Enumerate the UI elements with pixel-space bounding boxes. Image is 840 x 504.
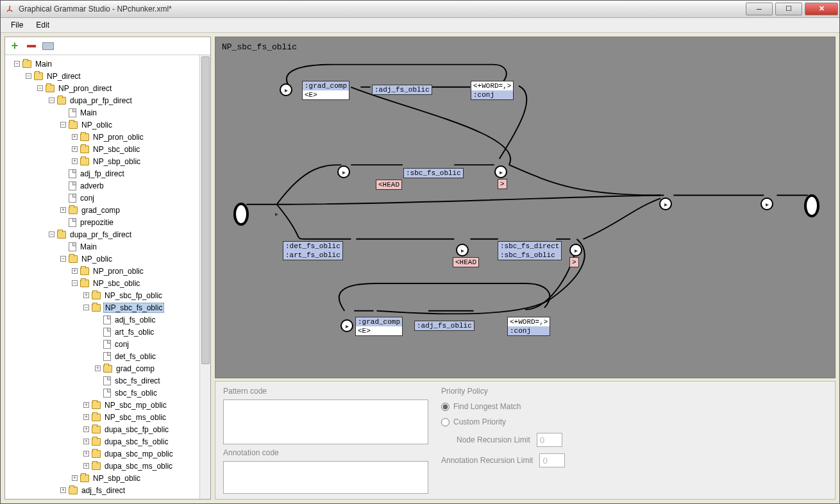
pattern-code-input[interactable] [223,399,428,444]
tree-item[interactable]: sbc_fs_oblic [5,387,210,399]
tree-item[interactable]: adj_fs_oblic [5,314,210,326]
tree-item[interactable]: −NP_sbc_oblic [5,277,210,289]
tree-item[interactable]: +NP_pron_oblic [5,131,210,143]
menu-edit[interactable]: Edit [29,19,56,31]
tree-item[interactable]: +dupa_sbc_fs_oblic [5,435,210,448]
tree-toggle[interactable]: + [83,292,89,298]
tree-item[interactable]: art_fs_oblic [5,326,210,338]
tree-item[interactable]: −dupa_pr_fp_direct [5,94,210,106]
add-button[interactable]: + [9,40,21,52]
end-node[interactable] [804,194,819,217]
tree-item[interactable]: +dupa_sbc_fp_oblic [5,423,210,435]
tree-item[interactable]: sbc_fs_direct [5,374,210,387]
tree-item[interactable]: −Main [5,58,210,70]
tree-item[interactable]: +NP_sbc_ms_oblic [5,411,210,423]
node-recursion-input[interactable] [537,433,562,447]
tree-item[interactable]: +grad_comp [5,204,210,216]
tree-item[interactable]: +NP_sbc_oblic [5,143,210,155]
start-node[interactable] [233,203,249,226]
tree-toggle[interactable]: + [72,268,78,274]
tree-toggle[interactable]: − [26,73,31,79]
tree-item[interactable]: Main [5,240,210,253]
head-low-node[interactable]: <HEAD [453,257,479,267]
tree-toggle[interactable]: + [60,487,66,493]
tree-toggle[interactable]: − [72,280,78,286]
tree-toggle[interactable]: + [83,451,89,457]
tree-toggle[interactable]: + [60,207,66,213]
sbc-mid-node[interactable]: :sbc_fs_oblic [403,168,464,178]
tree-item[interactable]: −NP_oblic [5,253,210,265]
tree-toggle[interactable]: + [83,414,89,420]
menu-file[interactable]: File [4,19,29,31]
word-top-node[interactable]: <+WORD=,> :conj [471,81,514,100]
graph-node[interactable] [760,197,773,210]
tree-toggle[interactable]: − [37,85,43,91]
graph-node[interactable] [659,197,672,210]
tree-toggle[interactable]: + [72,146,78,152]
graph-node[interactable] [340,319,353,332]
tree-item[interactable]: adverb [5,180,210,192]
graph-node[interactable] [494,165,507,178]
tree-item[interactable]: +adj_fs_direct [5,484,210,496]
tree-toggle[interactable]: − [14,61,20,67]
tree-toggle[interactable]: + [72,475,78,481]
maximize-button[interactable]: ☐ [775,3,802,15]
tree-toggle[interactable]: + [72,134,78,140]
graph-canvas[interactable]: NP_sbc_fs_oblic [215,37,836,378]
tree-toggle[interactable]: − [83,305,89,310]
tree-item[interactable]: +dupa_sbc_mp_oblic [5,448,210,460]
tree-item[interactable]: +NP_sbc_mp_oblic [5,399,210,411]
minimize-button[interactable]: ─ [746,3,773,15]
tree-toggle[interactable]: − [49,97,55,103]
tree-item[interactable]: +NP_sbp_oblic [5,155,210,167]
graph-node[interactable] [337,165,350,178]
gt-mid-node[interactable]: > [498,179,507,189]
tree-toggle[interactable]: + [72,158,78,164]
tree-item[interactable]: −NP_direct [5,70,210,82]
graph-node[interactable] [280,83,292,96]
tree-item[interactable]: +NP_pron_oblic [5,265,210,277]
remove-button[interactable] [26,40,37,52]
adj-bot-node[interactable]: :adj_fs_oblic [414,321,475,331]
grad-comp-bot-node[interactable]: :grad_comp <E> [355,317,403,336]
annotation-code-input[interactable] [223,461,428,494]
tree-toggle[interactable]: + [83,402,89,408]
tree-toggle[interactable]: − [60,122,66,128]
tree-item[interactable]: +NP_sbc_fp_oblic [5,289,210,301]
graph-node[interactable] [569,244,582,256]
tree-item[interactable]: −dupa_pr_fs_direct [5,228,210,240]
custom-priority-radio[interactable]: Custom Priority [441,417,827,426]
tree-item[interactable]: adj_fp_direct [5,167,210,180]
tree-item[interactable]: +grad_comp [5,362,210,374]
tree-scrollbar[interactable] [199,55,210,499]
tree-toggle[interactable]: + [95,365,101,371]
tree-item[interactable]: +NP_sbp_oblic [5,472,210,484]
tree-item[interactable]: Main [5,106,210,119]
tree-toggle[interactable]: − [49,231,55,237]
graph-node[interactable] [456,244,469,256]
tree-item[interactable]: conj [5,338,210,350]
det-art-node[interactable]: :det_fs_oblic :art_fs_oblic [283,241,343,260]
close-button[interactable]: ✕ [805,3,838,15]
tree-item[interactable]: +dupa_sbc_ms_oblic [5,460,210,472]
tree-toggle[interactable]: + [83,463,89,469]
tree-toggle[interactable]: − [60,256,66,262]
word-bot-node[interactable]: <+WORD=,> :conj [507,317,550,336]
tree-item[interactable]: conj [5,192,210,204]
tree-toggle[interactable]: + [83,426,89,432]
tree-toggle[interactable]: + [83,439,89,444]
head-mid-node[interactable]: <HEAD [376,180,402,190]
adj-top-node[interactable]: :adj_fs_oblic [372,85,432,95]
sbc-direct-node[interactable]: :sbc_fs_direct :sbc_fs_oblic [498,241,562,260]
annotation-recursion-input[interactable] [539,453,565,467]
tree-item[interactable]: det_fs_oblic [5,350,210,362]
grad-comp-top-node[interactable]: :grad_comp <E> [302,81,349,100]
gt-low-node[interactable]: > [569,257,579,267]
grammar-tree[interactable]: −Main−NP_direct−NP_pron_direct−dupa_pr_f… [5,55,210,499]
tree-item[interactable]: prepozitie [5,216,210,228]
tree-item[interactable]: −NP_oblic [5,119,210,131]
tree-item[interactable]: −NP_pron_direct [5,82,210,94]
tree-item[interactable]: −NP_sbc_fs_oblic [5,301,210,314]
rename-button[interactable] [42,40,54,52]
longest-match-radio[interactable]: Find Longest Match [441,402,827,411]
